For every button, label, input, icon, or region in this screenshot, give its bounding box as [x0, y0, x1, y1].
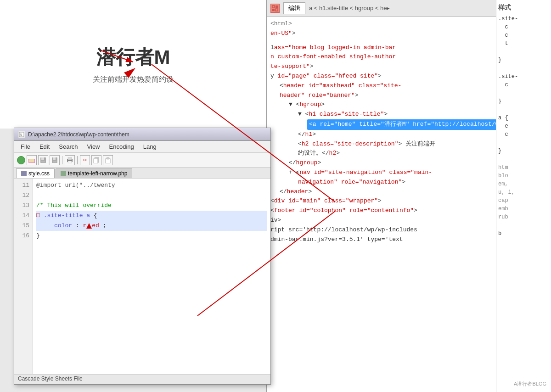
style-line-10	[498, 89, 549, 97]
svg-rect-2	[272, 6, 275, 8]
toolbar-save-all[interactable]	[50, 155, 60, 165]
code-line-12	[36, 190, 267, 201]
tab-icon-php	[61, 171, 66, 176]
watermark: A潜行者BLOG	[514, 381, 546, 387]
line-num-14: 14	[17, 211, 29, 221]
style-line-5	[498, 48, 549, 56]
style-line-14: e	[498, 122, 549, 130]
svg-rect-4	[272, 9, 275, 11]
menu-encoding[interactable]: Encoding	[105, 142, 139, 151]
styles-panel: 样式 .site- c c t } .site- c } a { e c } h…	[496, 0, 551, 392]
menu-view[interactable]: View	[83, 142, 105, 151]
svg-rect-5	[276, 9, 278, 11]
toolbar-new[interactable]	[17, 156, 25, 164]
toolbar-open[interactable]	[27, 155, 37, 165]
svg-rect-16	[53, 161, 56, 162]
svg-rect-18	[68, 157, 72, 160]
style-line-7	[498, 64, 549, 73]
style-line-23: cap	[498, 196, 549, 205]
styles-panel-title: 样式	[498, 4, 549, 12]
style-line-9: c	[498, 81, 549, 89]
menu-file[interactable]: File	[16, 142, 35, 151]
style-line-19: htm	[498, 163, 549, 172]
tab-label-style-css: style.css	[28, 170, 50, 177]
style-line-11: }	[498, 97, 549, 106]
style-line-20: blo	[498, 172, 549, 180]
menu-search[interactable]: Search	[54, 142, 82, 151]
style-line-6: }	[498, 56, 549, 64]
style-line-4: t	[498, 39, 549, 48]
svg-rect-21	[94, 158, 98, 163]
style-line-27: b	[498, 230, 549, 238]
editor-toolbar: ✂	[14, 153, 270, 168]
toolbar-cut[interactable]: ✂	[80, 155, 90, 165]
svg-rect-10	[29, 159, 34, 162]
devtools-edit-tab[interactable]: 编辑	[283, 2, 305, 14]
svg-text:N: N	[20, 133, 22, 137]
style-line-2: c	[498, 23, 549, 31]
statusbar-text: Cascade Style Sheets File	[18, 375, 83, 382]
style-line-25: rub	[498, 213, 549, 221]
tab-label-template: template-left-narrow.php	[68, 170, 127, 177]
line-num-16: 16	[17, 231, 29, 241]
code-line-13: /* This will override	[36, 201, 267, 211]
tab-icon-css	[21, 171, 27, 176]
style-line-8: .site-	[498, 73, 549, 81]
editor-path: D:\apache2.2\htdocs\wp\wp-content\them	[28, 131, 129, 138]
code-line-15: color : red ;	[36, 221, 267, 231]
breakpoint-marker: □	[36, 212, 40, 219]
svg-rect-19	[68, 161, 72, 163]
toolbar-paste[interactable]	[103, 155, 113, 165]
editor-tab-template[interactable]: template-left-narrow.php	[56, 168, 132, 178]
toolbar-print[interactable]	[65, 155, 75, 165]
svg-rect-15	[53, 157, 56, 160]
code-line-16: }	[36, 231, 267, 241]
line-num-12: 12	[17, 190, 29, 201]
menu-edit[interactable]: Edit	[35, 142, 54, 151]
style-line-26	[498, 221, 549, 230]
code-line-11: @import url("../twenty	[36, 180, 267, 190]
style-line-1: .site-	[498, 15, 549, 23]
menu-lang[interactable]: Lang	[139, 142, 161, 151]
style-line-24: emb	[498, 205, 549, 213]
devtools-icon	[270, 4, 280, 13]
editor-window: N D:\apache2.2\htdocs\wp\wp-content\them…	[14, 128, 271, 385]
line-num-15: 15	[17, 221, 29, 231]
style-line-17: }	[498, 147, 549, 155]
toolbar-copy[interactable]	[91, 155, 101, 165]
code-line-14: □ .site-title a {	[36, 211, 267, 221]
style-line-18	[498, 155, 549, 163]
style-line-15: c	[498, 130, 549, 139]
svg-rect-13	[41, 161, 45, 162]
editor-tab-style-css[interactable]: style.css	[16, 168, 55, 178]
editor-titlebar-icon: N	[18, 131, 25, 138]
style-line-13: a {	[498, 114, 549, 122]
toolbar-sep-2	[77, 156, 78, 164]
line-num-11: 11	[17, 180, 29, 190]
line-num-13: 13	[17, 201, 29, 211]
svg-rect-12	[41, 157, 44, 160]
editor-menubar: File Edit Search View Encoding Lang	[14, 141, 270, 153]
toolbar-sep-1	[62, 156, 62, 164]
line-numbers: 11 12 13 14 15 16	[14, 179, 33, 374]
svg-rect-3	[276, 6, 278, 8]
style-line-3: c	[498, 31, 549, 39]
style-line-12	[498, 106, 549, 114]
editor-body[interactable]: 11 12 13 14 15 16 @import url("../twenty…	[14, 179, 270, 374]
style-line-21: em,	[498, 180, 549, 188]
toolbar-save[interactable]	[38, 155, 48, 165]
code-area[interactable]: @import url("../twenty /* This will over…	[33, 179, 270, 374]
webpage-preview: 潜行者M 关注前端开发热爱简约设	[0, 0, 266, 129]
style-line-22: u, i,	[498, 188, 549, 196]
site-title: 潜行者M	[96, 45, 170, 70]
site-description: 关注前端开发热爱简约设	[93, 75, 174, 84]
editor-tabs: style.css template-left-narrow.php	[14, 168, 270, 179]
style-line-16	[498, 139, 549, 147]
svg-rect-23	[107, 157, 109, 159]
editor-titlebar: N D:\apache2.2\htdocs\wp\wp-content\them	[14, 128, 270, 141]
editor-statusbar: Cascade Style Sheets File	[14, 374, 270, 384]
svg-marker-24	[86, 223, 92, 229]
